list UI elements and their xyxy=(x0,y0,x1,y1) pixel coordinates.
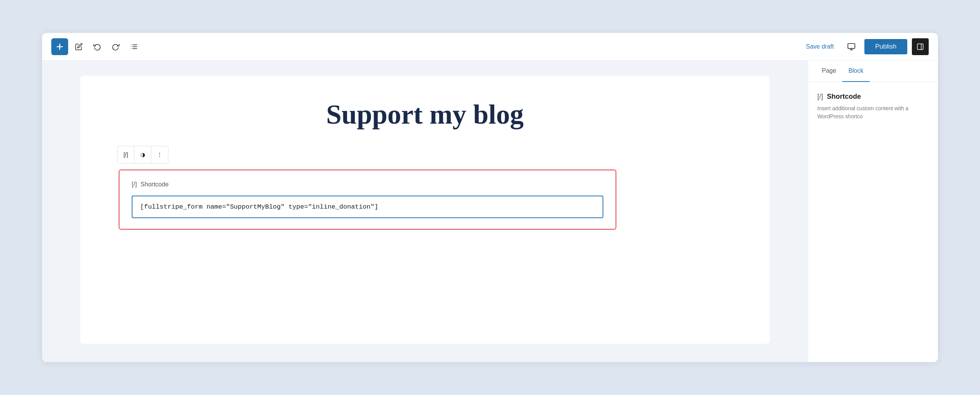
svg-rect-11 xyxy=(918,44,923,49)
tab-block[interactable]: Block xyxy=(842,60,869,82)
shortcode-block-label: Shortcode xyxy=(140,181,168,188)
shortcode-input[interactable] xyxy=(132,196,603,218)
shortcode-block: [/] Shortcode xyxy=(119,170,616,230)
list-view-button[interactable] xyxy=(126,39,142,54)
preview-button[interactable] xyxy=(843,38,860,55)
sidebar-content: [/] Shortcode Insert additional custom c… xyxy=(808,82,938,131)
post-title[interactable]: Support my blog xyxy=(119,99,731,131)
edit-button[interactable] xyxy=(71,39,87,54)
undo-button[interactable] xyxy=(90,39,105,54)
sidebar-block-header: [/] Shortcode xyxy=(817,93,929,101)
sidebar-tabs: Page Block xyxy=(808,60,938,82)
sidebar-toggle-button[interactable] xyxy=(912,38,929,55)
block-more-options-button[interactable]: ⋮ xyxy=(151,146,168,163)
editor-canvas: Support my blog [/] ◑ ⋮ [/] xyxy=(42,60,808,362)
add-block-button[interactable] xyxy=(51,38,68,55)
tab-page[interactable]: Page xyxy=(816,60,842,82)
toolbar: Save draft Publish xyxy=(42,33,938,60)
shortcode-block-type-button[interactable]: [/] xyxy=(118,146,134,163)
shortcode-block-header: [/] Shortcode xyxy=(132,181,603,188)
block-style-button[interactable]: ◑ xyxy=(134,146,151,163)
redo-button[interactable] xyxy=(108,39,123,54)
block-toolbar: [/] ◑ ⋮ xyxy=(117,146,168,163)
content-wrapper: Support my blog [/] ◑ ⋮ [/] xyxy=(80,76,769,344)
main-area: Support my blog [/] ◑ ⋮ [/] xyxy=(42,60,938,362)
toolbar-right: Save draft Publish xyxy=(801,38,929,55)
toolbar-left xyxy=(51,38,801,55)
sidebar-block-title: Shortcode xyxy=(827,93,861,101)
svg-rect-8 xyxy=(848,43,855,48)
sidebar-block-description: Insert additional custom content with a … xyxy=(817,104,929,121)
editor-container: Save draft Publish xyxy=(42,33,938,362)
publish-button[interactable]: Publish xyxy=(864,39,907,54)
sidebar-shortcode-icon: [/] xyxy=(817,93,823,101)
save-draft-button[interactable]: Save draft xyxy=(801,40,838,53)
right-sidebar: Page Block [/] Shortcode Insert addition… xyxy=(808,60,938,362)
shortcode-block-icon: [/] xyxy=(132,181,137,188)
